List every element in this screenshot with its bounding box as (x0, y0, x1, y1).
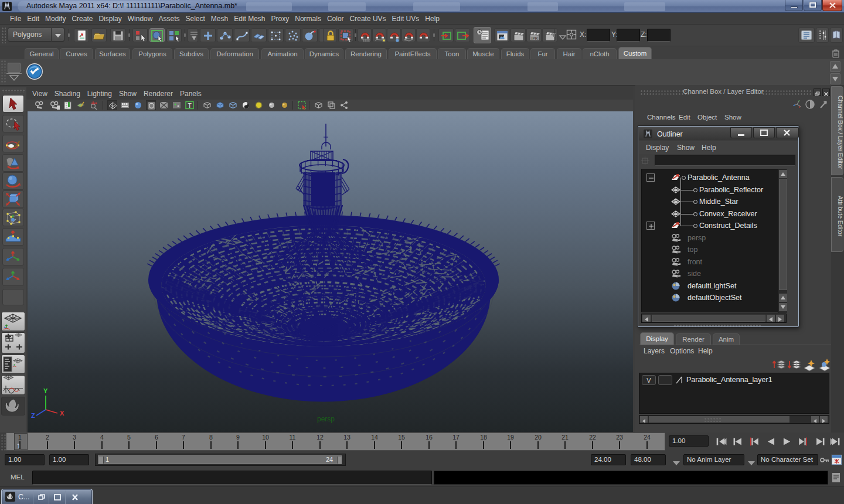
svg-text:Y: Y (43, 387, 48, 394)
svg-text:X: X (60, 410, 64, 417)
svg-text:IPR: IPR (532, 36, 538, 40)
svg-text:T: T (188, 102, 192, 109)
svg-text:Z: Z (31, 412, 35, 419)
